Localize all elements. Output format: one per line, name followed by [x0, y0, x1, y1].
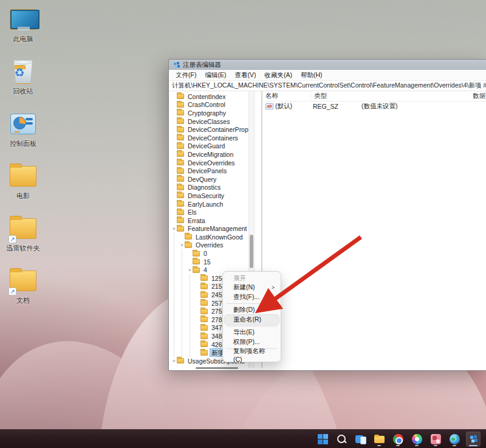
menu-item[interactable]: 查看(V)	[230, 70, 260, 81]
tree-node[interactable]: 15	[169, 258, 248, 266]
tree-node[interactable]: DeviceContainerPropertyUpda	[169, 125, 248, 134]
context-menu-item[interactable]: 展开	[225, 274, 279, 283]
tree-node[interactable]: FeatureManagement	[169, 225, 248, 233]
tree-node[interactable]: Els	[169, 208, 248, 216]
tree-horizontal-scrollbar[interactable]	[196, 367, 238, 369]
desktop-icon-art	[10, 114, 36, 134]
folder-icon	[193, 267, 200, 273]
scrollbar-thumb[interactable]	[250, 235, 253, 268]
tree-node[interactable]: CrashControl	[169, 101, 248, 109]
menu-item[interactable]: 帮助(H)	[296, 70, 327, 81]
tree-node[interactable]: DeviceGuard	[169, 142, 248, 151]
folder-icon	[200, 309, 208, 314]
folder-icon	[185, 234, 192, 240]
column-header[interactable]: 名称	[262, 91, 311, 101]
context-menu-item[interactable]: 重命名(R)	[225, 315, 279, 325]
context-menu: 展开 新建(N) 查找(F)... 删除(D) 重命名(R)	[222, 271, 281, 362]
taskbar-button-edge[interactable]	[409, 432, 424, 447]
tree-node-label: 4	[202, 266, 208, 274]
context-menu-item[interactable]: 导出(E)	[225, 328, 279, 338]
column-header[interactable]: 数据	[470, 91, 486, 101]
desktop-icon-folder[interactable]: ↗ 电影	[4, 162, 43, 199]
menu-item[interactable]: 文件(F)	[171, 70, 200, 81]
taskbar-button-paint[interactable]	[447, 432, 462, 447]
context-menu-item[interactable]: 新建(N)	[225, 283, 279, 293]
tree-node[interactable]: LastKnownGood	[169, 233, 248, 241]
context-menu-item[interactable]: 查找(F)...	[225, 292, 279, 302]
desktop-icon-recycle-bin[interactable]: ↗ 回收站	[4, 57, 43, 95]
desktop-icon-folder[interactable]: ↗ 文档	[4, 266, 43, 304]
tree-node[interactable]: DmaSecurity	[169, 191, 248, 200]
folder-icon	[177, 151, 184, 157]
context-menu-item[interactable]: 权限(P)...	[225, 337, 279, 347]
registry-editor-window: 注册表编辑器 文件(F) 编辑(E) 查看(V) 收藏夹(A) 帮助(H) 计算…	[168, 59, 486, 371]
tree-node[interactable]: DeviceOverrides	[169, 159, 248, 167]
window-titlebar[interactable]: 注册表编辑器	[169, 60, 486, 70]
folder-icon	[177, 143, 184, 149]
tree-node[interactable]: DeviceMigration	[169, 150, 248, 159]
desktop-icon-list: ↗ 此电脑 ↗ 回收站 ↗ 控制面板	[4, 0, 44, 328]
tree-node[interactable]: DeviceClasses	[169, 117, 248, 126]
folder-icon	[200, 292, 208, 298]
chevron-icon[interactable]	[187, 267, 193, 273]
taskbar-button-search[interactable]	[334, 432, 349, 447]
tree-node[interactable]: DeviceContainers	[169, 134, 248, 142]
tree-node[interactable]: 0	[169, 249, 248, 258]
folder-icon	[177, 176, 184, 182]
tree-node[interactable]: EarlyLaunch	[169, 200, 248, 208]
tree-node[interactable]: Cryptography	[169, 109, 248, 117]
context-menu-item-label: 删除(D)	[233, 306, 255, 314]
taskbar-icon-group	[315, 431, 481, 447]
taskbar-button-(默认)[interactable]: ab (默认) REG_SZ (数值未设置)	[262, 102, 486, 111]
folder-icon	[177, 119, 184, 124]
context-menu-item[interactable]: 删除(D)	[225, 306, 279, 315]
chevron-icon[interactable]	[171, 358, 177, 364]
context-menu-item[interactable]	[227, 326, 277, 326]
desktop-icon-art	[13, 60, 33, 84]
values-panel: 名称 类型 数据 ab (默认) REG_SZ	[262, 91, 486, 368]
tree-node[interactable]: ContentIndex	[169, 92, 248, 101]
desktop-icon-art	[10, 166, 36, 187]
tree-node-label: FeatureManagement	[187, 225, 248, 232]
tree-node[interactable]: DevicePanels	[169, 167, 248, 175]
context-menu-item-label: 重命名(R)	[233, 315, 261, 324]
chevron-icon[interactable]	[171, 226, 177, 232]
column-header[interactable]: 类型	[311, 91, 470, 101]
context-menu-item-label: 权限(P)...	[233, 338, 260, 346]
context-menu-item[interactable]: 复制项名称(C)	[225, 351, 279, 360]
tree-node[interactable]: Overrides	[169, 241, 248, 250]
context-menu-item-label: 展开	[233, 274, 246, 283]
tree-node[interactable]: Diagnostics	[169, 184, 248, 192]
taskbar-button-file-explorer[interactable]	[372, 432, 386, 447]
registry-path: 计算机\HKEY_LOCAL_MACHINE\SYSTEM\CurrentCon…	[172, 81, 486, 90]
taskbar-button-registry-editor[interactable]	[466, 432, 481, 447]
folder-icon	[177, 160, 184, 165]
taskbar-button-task-view[interactable]	[353, 432, 368, 447]
desktop-icon-this-pc[interactable]: ↗ 此电脑	[4, 5, 43, 43]
registry-editor-icon	[173, 61, 180, 69]
desktop-icon-label: 此电脑	[13, 35, 33, 43]
chevron-icon[interactable]	[179, 242, 185, 248]
menu-item[interactable]: 编辑(E)	[200, 70, 230, 81]
desktop-icon-label: 迅雷软件夹	[7, 244, 40, 252]
edge-icon	[412, 434, 422, 444]
taskbar-button-chrome[interactable]	[391, 432, 405, 447]
shortcut-arrow-icon: ↗	[9, 235, 16, 243]
taskbar-button-photos[interactable]	[428, 432, 443, 447]
folder-icon	[177, 94, 184, 99]
tree-node[interactable]: Errata	[169, 216, 248, 225]
desktop-icon-folder[interactable]: ↗ 迅雷软件夹	[4, 214, 43, 252]
tree-node-label: 0	[202, 250, 208, 257]
folder-icon	[177, 218, 184, 223]
tree-node-label: DeviceContainerPropertyUpda	[187, 126, 248, 133]
tree-node[interactable]: DevQuery	[169, 175, 248, 184]
tree-node-label: DeviceMigration	[187, 151, 234, 158]
address-bar[interactable]: 计算机\HKEY_LOCAL_MACHINE\SYSTEM\CurrentCon…	[169, 81, 486, 91]
menu-item[interactable]: 收藏夹(A)	[260, 70, 296, 81]
chrome-icon	[393, 434, 403, 444]
desktop-icon-control-panel[interactable]: ↗ 控制面板	[4, 109, 43, 147]
context-menu-item[interactable]	[227, 303, 277, 304]
taskbar-button-start[interactable]	[315, 432, 330, 447]
context-menu-item-label: 复制项名称(C)	[233, 347, 274, 363]
folder-icon	[177, 135, 184, 140]
